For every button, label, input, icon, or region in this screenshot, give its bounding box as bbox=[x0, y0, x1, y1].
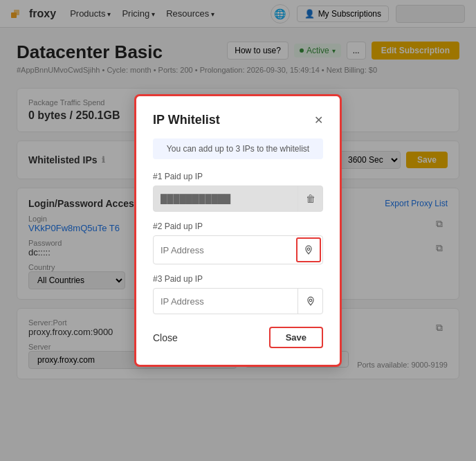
locate-ip-3-button[interactable] bbox=[298, 289, 322, 314]
location-icon-3 bbox=[306, 296, 315, 306]
ip-field-2: #2 Paid up IP bbox=[153, 222, 323, 264]
modal-save-button[interactable]: Save bbox=[269, 327, 323, 348]
ip-input-row-1: 🗑 bbox=[153, 186, 323, 212]
ip-input-1[interactable] bbox=[154, 188, 298, 210]
ip-field-1: #1 Paid up IP 🗑 bbox=[153, 172, 323, 212]
modal-info-banner: You can add up to 3 IPs to the whitelist bbox=[153, 138, 323, 159]
ip-field-2-label: #2 Paid up IP bbox=[153, 222, 323, 231]
ip-field-3-label: #3 Paid up IP bbox=[153, 274, 323, 284]
ip-field-3: #3 Paid up IP bbox=[153, 274, 323, 314]
locate-ip-2-button[interactable] bbox=[296, 237, 321, 262]
modal-close-button[interactable]: ✕ bbox=[314, 115, 323, 126]
modal-overlay[interactable]: IP Whitelist ✕ You can add up to 3 IPs t… bbox=[0, 0, 476, 461]
modal-footer: Close Save bbox=[153, 327, 323, 348]
ip-whitelist-modal: IP Whitelist ✕ You can add up to 3 IPs t… bbox=[134, 94, 342, 367]
modal-close-label-button[interactable]: Close bbox=[153, 332, 178, 343]
svg-point-3 bbox=[309, 299, 312, 302]
ip-input-3[interactable] bbox=[154, 291, 298, 312]
ip-input-2[interactable] bbox=[154, 239, 295, 261]
modal-title: IP Whitelist bbox=[153, 113, 220, 127]
ip-input-row-2 bbox=[153, 235, 323, 264]
location-icon bbox=[304, 245, 313, 255]
svg-point-2 bbox=[307, 248, 310, 251]
delete-ip-1-button[interactable]: 🗑 bbox=[298, 186, 322, 211]
ip-field-1-label: #1 Paid up IP bbox=[153, 172, 323, 181]
ip-input-row-3 bbox=[153, 288, 323, 314]
modal-header: IP Whitelist ✕ bbox=[153, 113, 323, 127]
